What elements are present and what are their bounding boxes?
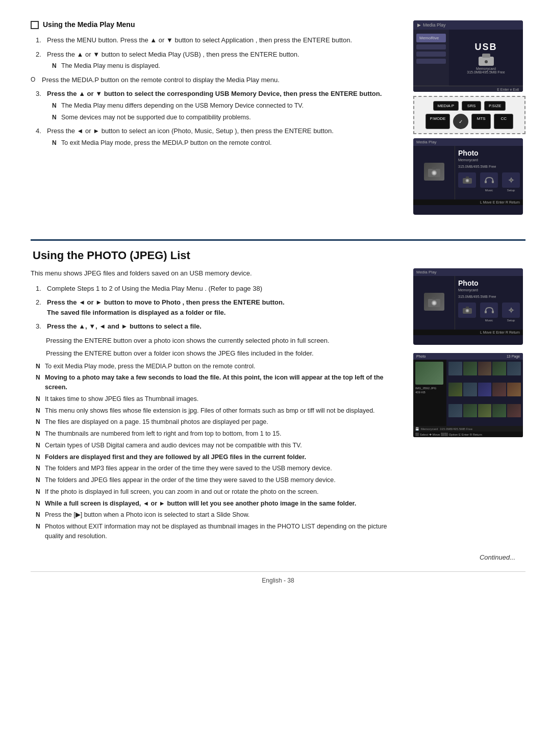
screen3-photo-section [413,146,455,199]
note-13: Press the [▶] button when a Photo icon i… [36,510,398,520]
screen1-memory-text: Memorycard [476,67,496,70]
step-4-note: To exit Media Play mode, press the MEDIA… [52,138,398,148]
section-divider [31,239,525,241]
svg-point-21 [466,310,468,312]
svg-rect-1 [482,54,490,58]
step-2-text: Press the ▲ or ▼ button to select Media … [47,51,299,58]
s2-step-1-text: Complete Steps 1 to 2 of Using the Media… [47,285,262,292]
screen3b-header: Media Play [413,268,523,276]
camera-small-icon [458,172,476,188]
note-5: The files are displayed on a page. 15 th… [36,417,398,427]
camera-small-icon-2 [458,303,476,318]
sidebar-item-4 [416,59,446,64]
screen1-body: MemoRive USB Memorycard [413,30,523,86]
note-2: Moving to a photo may take a few seconds… [36,373,398,392]
pls-memory-sub: 315.0MB/495.5MB Free [440,427,472,431]
btn-circle-label: ✓ [459,119,463,124]
svg-rect-6 [432,167,436,169]
note-12: While a full screen is displayed, ◄ or ►… [36,499,398,509]
setup-label-2: Setup [502,319,520,322]
note-9: The folders and MP3 files appear in the … [36,464,398,473]
icon-music-small-2: Music [480,303,498,322]
pls-footer: ⬛ Select ❖ Move ⬛⬛ Option E Enter R Retu… [413,432,523,437]
section2-numbered-list: Complete Steps 1 to 2 of Using the Media… [31,284,398,332]
pls-thumb-11 [448,404,462,418]
circle-item-text: Press the MEDIA.P button on the remote c… [42,76,280,84]
pls-thumb-5 [507,362,521,375]
pls-header: Photo 13 Page [413,353,523,360]
icon-setup-small-2: Setup [502,303,520,322]
pls-thumb-3 [478,362,492,375]
buttons-row-1: MEDIA P SRS P.SIZE [418,101,520,111]
footer-text: English - 38 [262,577,294,584]
headphones-icon-svg [484,176,494,184]
pls-thumb-9 [492,383,506,396]
photo-icons-row-2: Music Setup [458,303,520,322]
screen3-body: Photo Memorycard 315.0MB/495.5MB Free [413,146,523,199]
step-1: Press the MENU button. Press the ▲ or ▼ … [36,35,398,45]
section2-intro: This menu shows JPEG files and folders s… [31,268,398,279]
section-bottom-images: Media Play Ph [413,268,525,543]
pls-left: IMG_0592.JPG 409 KB [413,360,446,426]
pls-thumb-1 [448,362,462,375]
screen1-memory-sub: 315.0MB/495.5MB Free [467,70,505,74]
music-label: Music [480,189,498,192]
screen3-memory-text: Memorycard [458,158,520,162]
s2-step-1: Complete Steps 1 to 2 of Using the Media… [36,284,398,294]
step-2: Press the ▲ or ▼ button to select Media … [36,49,398,71]
btn-cc: CC [494,114,513,129]
pls-thumb-13 [478,404,492,418]
pls-memory-bar: 💾 Memorycard 315.0MB/495.5MB Free [413,426,523,432]
sidebar-item-3 [416,52,446,57]
tv-screen-usb: ▶ Media Play MemoRive USB [413,20,523,92]
section1-heading: Using the Media Play Menu [43,20,135,29]
screen3-header: Media Play [413,138,523,146]
s2-step-2-text: Press the ◄ or ► button to move to Photo… [47,298,285,306]
svg-point-14 [510,180,512,181]
s2-step-2: Press the ◄ or ► button to move to Photo… [36,297,398,317]
sidebar-item-memorive: MemoRive [416,34,446,42]
photo-icon-large [424,163,444,181]
pls-thumb-2 [463,362,477,375]
screen1-header-label: Media Play [423,22,446,28]
pls-photo-main [415,362,443,385]
screen3b-photo-section [413,276,455,330]
screen3b-memory-text: Memorycard [458,288,520,292]
circle-item: Press the MEDIA.P button on the remote c… [31,75,398,85]
section-bottom-text: This menu shows JPEG files and folders s… [31,268,398,543]
note-4: This menu only shows files whose file ex… [36,406,398,416]
icon-setup-small: Setup [502,172,520,192]
step-1-text: Press the MENU button. Press the ▲ or ▼ … [47,36,352,44]
step-4-notes: To exit Media Play mode, press the MEDIA… [47,138,398,148]
page-container: Using the Media Play Menu Press the MENU… [0,0,551,756]
camera-icon-2 [427,296,441,308]
btn-srs: SRS [462,101,481,111]
screen1-footer: E Enter e Exit [413,86,523,92]
pls-size: 409 KB [415,390,444,394]
note-10: The folders and JPEG files appear in the… [36,475,398,485]
pls-right [446,360,523,426]
headphones-icon-2 [480,303,498,318]
note-1: To exit Media Play mode, press the MEDIA… [36,362,398,371]
section-top: Using the Media Play Menu Press the MENU… [31,20,525,219]
pls-filename: IMG_0592.JPG [415,386,444,390]
svg-rect-10 [466,177,469,179]
section-top-text: Using the Media Play Menu Press the MENU… [31,20,398,219]
svg-point-26 [510,310,512,311]
screen3b-footer-text: L Move E Enter R Return [480,331,520,334]
svg-rect-23 [485,311,487,313]
svg-rect-24 [492,311,494,313]
screen1-header: ▶ Media Play [413,20,523,30]
pls-thumb-14 [492,404,506,418]
svg-point-9 [466,180,468,182]
btn-circle: ✓ [453,114,468,129]
gear-icon-svg [506,176,516,184]
section2-notes: To exit Media Play mode, press the MEDIA… [31,362,398,541]
screen1-main: USB Memorycard 315.0MB/495.5MB Free [449,30,523,86]
screen3-footer: L Move E Enter R Return [413,199,523,205]
icon-camera-small [458,172,476,192]
sidebar-item-2 [416,44,446,49]
step-3-note-1: The Media Play menu differs depending on… [52,101,398,111]
pls-footer-text: ⬛ Select ❖ Move ⬛⬛ Option E Enter R Retu… [415,433,482,436]
screen3-header-label: Media Play [416,140,437,144]
